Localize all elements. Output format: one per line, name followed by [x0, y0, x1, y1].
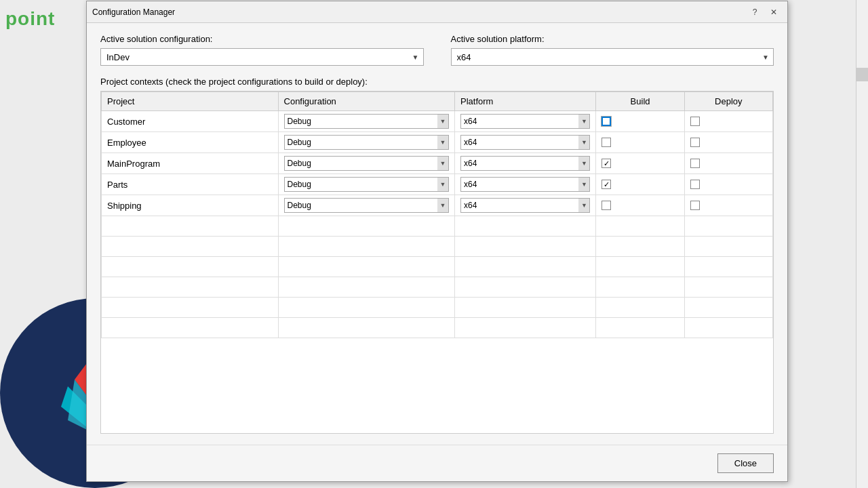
deploy-checkbox[interactable] — [690, 159, 700, 168]
right-scrollbar-panel — [856, 0, 868, 488]
help-button[interactable]: ? — [747, 5, 763, 19]
configuration-manager-dialog: Configuration Manager ? ✕ Active solutio… — [86, 1, 788, 482]
platform-cell-select-wrapper: x64▼ — [460, 135, 590, 150]
table-row: ShippingDebug▼x64▼ — [102, 195, 773, 216]
config-cell-select-wrapper: Debug▼ — [284, 114, 450, 129]
empty-cell — [684, 277, 772, 298]
build-checkbox[interactable] — [601, 180, 611, 189]
cell-deploy — [684, 111, 772, 132]
deploy-checkbox[interactable] — [690, 117, 700, 126]
deploy-checkbox[interactable] — [690, 138, 700, 147]
cell-deploy — [684, 132, 772, 153]
empty-cell — [455, 277, 596, 298]
table-row: CustomerDebug▼x64▼ — [102, 111, 773, 132]
empty-cell — [102, 257, 279, 277]
cell-build — [596, 111, 684, 132]
table-description-label: Project contexts (check the project conf… — [100, 77, 774, 87]
cell-config: Debug▼ — [278, 153, 455, 174]
close-button[interactable]: Close — [717, 453, 774, 473]
empty-cell — [596, 318, 684, 338]
cell-config: Debug▼ — [278, 195, 455, 216]
brand-text: point — [5, 8, 55, 30]
cell-deploy — [684, 195, 772, 216]
dialog-footer: Close — [87, 445, 787, 481]
empty-cell — [102, 298, 279, 318]
empty-cell — [278, 257, 455, 277]
empty-cell — [102, 277, 279, 298]
config-cell-select[interactable]: Debug — [284, 114, 450, 129]
dialog-content: Active solution configuration: InDev ▼ A… — [87, 23, 787, 445]
build-checkbox[interactable] — [601, 117, 611, 126]
build-checkbox[interactable] — [601, 138, 611, 147]
config-cell-select[interactable]: Debug — [284, 156, 450, 171]
build-checkbox[interactable] — [601, 201, 611, 210]
empty-table-row — [102, 298, 773, 318]
empty-cell — [102, 216, 279, 237]
deploy-checkbox[interactable] — [690, 201, 700, 210]
table-row: PartsDebug▼x64▼ — [102, 174, 773, 195]
cell-project: Customer — [102, 111, 279, 132]
empty-cell — [684, 318, 772, 338]
cell-build — [596, 132, 684, 153]
platform-cell-select-wrapper: x64▼ — [460, 156, 590, 171]
empty-cell — [278, 277, 455, 298]
platform-form-group: Active solution platform: x64 ▼ — [451, 34, 774, 66]
cell-config: Debug▼ — [278, 132, 455, 153]
cell-build — [596, 153, 684, 174]
config-cell-select[interactable]: Debug — [284, 198, 450, 213]
active-platform-select[interactable]: x64 — [451, 48, 774, 66]
deploy-checkbox[interactable] — [690, 180, 700, 189]
platform-select-wrapper: x64 ▼ — [451, 48, 774, 66]
empty-cell — [684, 257, 772, 277]
empty-cell — [596, 216, 684, 237]
col-header-platform: Platform — [455, 92, 596, 111]
empty-cell — [455, 298, 596, 318]
platform-cell-select[interactable]: x64 — [460, 135, 590, 150]
table-body: CustomerDebug▼x64▼EmployeeDebug▼x64▼Main… — [102, 111, 773, 338]
empty-cell — [684, 237, 772, 257]
cell-platform: x64▼ — [455, 153, 596, 174]
platform-cell-select-wrapper: x64▼ — [460, 114, 590, 129]
col-header-project: Project — [102, 92, 279, 111]
platform-cell-select[interactable]: x64 — [460, 114, 590, 129]
table-header: Project Configuration Platform Build Dep… — [102, 92, 773, 111]
config-cell-select[interactable]: Debug — [284, 177, 450, 192]
empty-table-row — [102, 318, 773, 338]
empty-cell — [278, 318, 455, 338]
empty-cell — [102, 237, 279, 257]
config-form-group: Active solution configuration: InDev ▼ — [100, 34, 424, 66]
build-checkbox[interactable] — [601, 159, 611, 168]
config-cell-select[interactable]: Debug — [284, 135, 450, 150]
platform-label: Active solution platform: — [451, 34, 774, 44]
config-cell-select-wrapper: Debug▼ — [284, 156, 450, 171]
config-cell-select-wrapper: Debug▼ — [284, 135, 450, 150]
empty-table-row — [102, 237, 773, 257]
scroll-indicator — [856, 68, 868, 81]
cell-config: Debug▼ — [278, 111, 455, 132]
cell-build — [596, 195, 684, 216]
platform-cell-select-wrapper: x64▼ — [460, 177, 590, 192]
empty-cell — [455, 257, 596, 277]
table-row: EmployeeDebug▼x64▼ — [102, 132, 773, 153]
title-bar: Configuration Manager ? ✕ — [87, 1, 787, 23]
config-cell-select-wrapper: Debug▼ — [284, 198, 450, 213]
empty-cell — [455, 216, 596, 237]
platform-cell-select[interactable]: x64 — [460, 156, 590, 171]
empty-cell — [684, 216, 772, 237]
cell-project: Employee — [102, 132, 279, 153]
platform-cell-select[interactable]: x64 — [460, 177, 590, 192]
cell-project: Parts — [102, 174, 279, 195]
col-header-build: Build — [596, 92, 684, 111]
title-close-button[interactable]: ✕ — [766, 5, 782, 19]
cell-project: MainProgram — [102, 153, 279, 174]
empty-cell — [278, 216, 455, 237]
config-label: Active solution configuration: — [100, 34, 424, 44]
config-cell-select-wrapper: Debug▼ — [284, 177, 450, 192]
cell-deploy — [684, 153, 772, 174]
platform-cell-select[interactable]: x64 — [460, 198, 590, 213]
cell-build — [596, 174, 684, 195]
empty-cell — [278, 237, 455, 257]
project-table: Project Configuration Platform Build Dep… — [101, 92, 773, 338]
active-config-select[interactable]: InDev — [100, 48, 424, 66]
empty-cell — [102, 318, 279, 338]
